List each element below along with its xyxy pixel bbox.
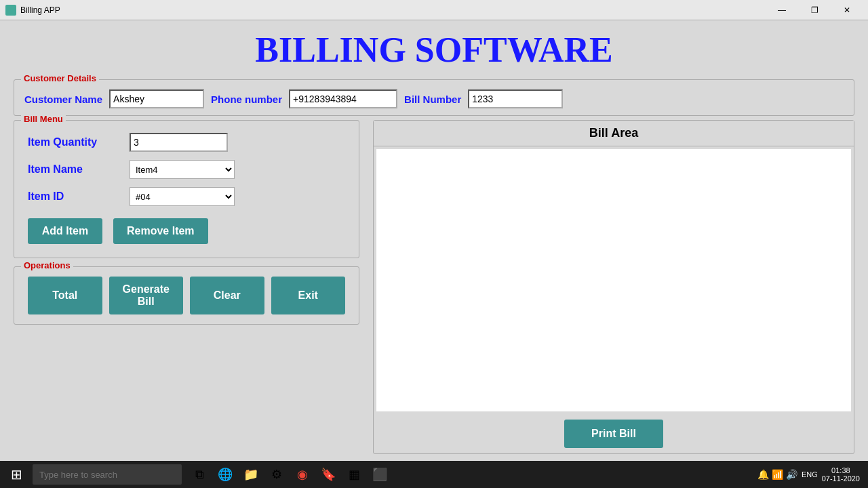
- item-id-row: Item ID #01 #02 #03 #04 #05: [28, 187, 345, 206]
- item-id-select[interactable]: #01 #02 #03 #04 #05: [130, 187, 235, 206]
- start-button[interactable]: ⊞: [3, 462, 30, 487]
- edge-icon[interactable]: 🌐: [213, 462, 237, 487]
- bill-menu-grid: Item Quantity Item Name Item1 Item2 Item…: [28, 133, 345, 244]
- taskbar-search-input[interactable]: [33, 464, 182, 485]
- bill-number-label: Bill Number: [404, 94, 461, 105]
- add-item-button[interactable]: Add Item: [28, 218, 102, 244]
- app-content: BILLING SOFTWARE Customer Details Custom…: [0, 20, 868, 461]
- app-title: BILLING SOFTWARE: [14, 30, 854, 70]
- taskbar-date-value: 07-11-2020: [822, 474, 860, 483]
- bill-menu-label: Bill Menu: [21, 114, 66, 124]
- item-name-row: Item Name Item1 Item2 Item3 Item4 Item5: [28, 160, 345, 179]
- language-indicator: ENG: [802, 470, 818, 479]
- bill-area-section: Bill Area Print Bill: [373, 120, 854, 454]
- chrome-icon[interactable]: ◉: [290, 462, 315, 487]
- item-name-select[interactable]: Item1 Item2 Item3 Item4 Item5: [130, 160, 235, 179]
- title-bar-controls: — ❐ ✕: [766, 0, 863, 20]
- app1-icon[interactable]: 🔖: [316, 462, 340, 487]
- left-panel: Bill Menu Item Quantity Item Name Item1 …: [14, 120, 359, 454]
- right-panel: Bill Area Print Bill: [373, 120, 854, 454]
- customer-details-section: Customer Details Customer Name Phone num…: [14, 79, 854, 116]
- item-name-label: Item Name: [28, 163, 116, 176]
- taskbar-clock: 01:38 07-11-2020: [822, 466, 860, 483]
- remove-item-button[interactable]: Remove Item: [113, 218, 208, 244]
- total-button[interactable]: Total: [28, 277, 102, 314]
- maximize-button[interactable]: ❐: [799, 0, 830, 20]
- close-button[interactable]: ✕: [831, 0, 863, 20]
- print-bill-button[interactable]: Print Bill: [564, 420, 663, 448]
- taskbar-apps: ⧉ 🌐 📁 ⚙ ◉ 🔖 ▦ ⬛: [187, 462, 392, 487]
- main-body: Bill Menu Item Quantity Item Name Item1 …: [14, 120, 854, 454]
- operations-row: Total Generate Bill Clear Exit: [28, 277, 345, 314]
- clear-button[interactable]: Clear: [190, 277, 264, 314]
- app2-icon[interactable]: ▦: [342, 462, 366, 487]
- taskbar-time-value: 01:38: [831, 466, 850, 474]
- app3-icon[interactable]: ⬛: [368, 462, 392, 487]
- print-btn-area: Print Bill: [374, 414, 854, 453]
- item-id-label: Item ID: [28, 190, 116, 203]
- taskview-icon[interactable]: ⧉: [187, 462, 212, 487]
- item-quantity-input[interactable]: [130, 133, 228, 152]
- item-quantity-row: Item Quantity: [28, 133, 345, 152]
- app-icon: [5, 5, 16, 16]
- customer-name-label: Customer Name: [24, 94, 102, 105]
- phone-label: Phone number: [211, 94, 282, 105]
- folder-icon[interactable]: 📁: [239, 462, 263, 487]
- item-quantity-label: Item Quantity: [28, 136, 116, 148]
- customer-name-input[interactable]: [109, 89, 204, 108]
- phone-input[interactable]: [289, 89, 397, 108]
- customer-details-label: Customer Details: [21, 73, 99, 83]
- customer-details-row: Customer Name Phone number Bill Number: [24, 89, 844, 108]
- title-bar: Billing APP — ❐ ✕: [0, 0, 868, 20]
- minimize-button[interactable]: —: [766, 0, 797, 20]
- operations-label: Operations: [21, 260, 73, 270]
- bill-number-input[interactable]: [468, 89, 563, 108]
- bill-menu-section: Bill Menu Item Quantity Item Name Item1 …: [14, 120, 359, 258]
- exit-button[interactable]: Exit: [271, 277, 346, 314]
- bill-area-content[interactable]: [376, 149, 851, 411]
- system-tray: 🔔 📶 🔊: [757, 469, 797, 480]
- bill-menu-buttons: Add Item Remove Item: [28, 218, 345, 244]
- bill-area-title: Bill Area: [374, 121, 854, 146]
- taskbar-right: 🔔 📶 🔊 ENG 01:38 07-11-2020: [757, 466, 865, 483]
- taskbar: ⊞ ⧉ 🌐 📁 ⚙ ◉ 🔖 ▦ ⬛ 🔔 📶 🔊 ENG 01:38 07-11-…: [0, 461, 868, 488]
- title-bar-left: Billing APP: [5, 5, 60, 16]
- settings-icon[interactable]: ⚙: [264, 462, 289, 487]
- generate-bill-button[interactable]: Generate Bill: [109, 277, 184, 314]
- operations-section: Operations Total Generate Bill Clear Exi…: [14, 266, 359, 325]
- title-bar-text: Billing APP: [20, 5, 60, 15]
